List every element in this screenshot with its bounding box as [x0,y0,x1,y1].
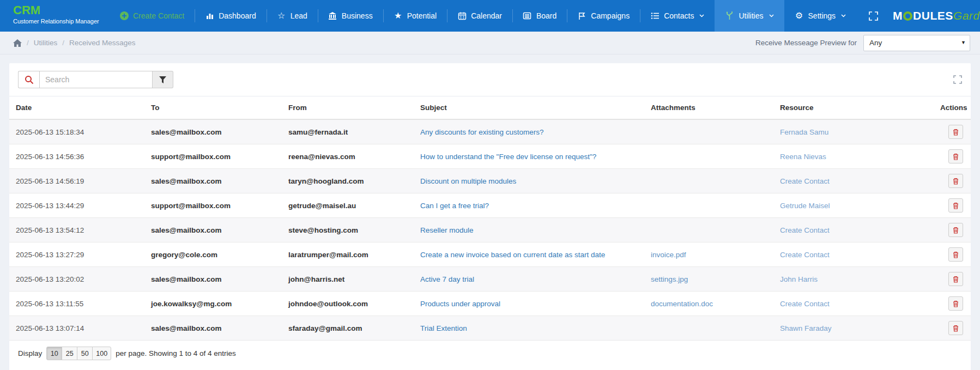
subject-link[interactable]: Discount on multiple modules [420,177,516,185]
list-icon [650,11,660,21]
cell-date: 2025-06-13 13:20:02 [9,267,144,292]
subject-link[interactable]: Products under approval [420,300,500,308]
nav-item-label: Create Contact [133,11,184,20]
delete-message-button[interactable] [948,223,963,237]
table-header-row: Date To From Subject Attachments Resourc… [9,96,971,119]
delete-message-button[interactable] [948,198,963,213]
header-attachments: Attachments [644,96,773,119]
breadcrumb-separator: / [27,39,29,47]
table-row: 2025-06-13 13:20:02 sales@mailbox.com jo… [9,267,971,292]
breadcrumb-utilities[interactable]: Utilities [34,39,58,47]
table-toolbar [9,63,971,96]
expand-table-icon[interactable] [953,75,962,84]
delete-message-button[interactable] [948,296,963,311]
modulesgarden-logo[interactable]: M DULES Garden [893,9,980,22]
table-row: 2025-06-13 14:56:19 sales@mailbox.com ta… [9,169,971,193]
top-navbar: CRM Customer Relationship Manager Create… [0,0,980,32]
nav-utilities[interactable]: Utilities [715,0,784,32]
resource-link[interactable]: Shawn Faraday [780,324,832,332]
table-row: 2025-06-13 13:07:14 sales@mailbox.com sf… [9,316,971,341]
delete-message-button[interactable] [948,125,963,139]
cell-date: 2025-06-13 13:07:14 [9,316,144,341]
crm-brand-subtitle: Customer Relationship Manager [13,18,98,25]
subject-link[interactable]: Can I get a free trial? [420,202,489,210]
chevron-down-icon [841,14,846,17]
nav-board[interactable]: Board [512,0,567,32]
subject-link[interactable]: How to understand the "Free dev license … [420,153,596,161]
cell-date: 2025-06-13 13:44:29 [9,193,144,218]
received-messages-panel: Date To From Subject Attachments Resourc… [9,63,971,370]
cell-from: taryn@hoogland.com [282,169,414,193]
resource-link[interactable]: Reena Nievas [780,153,826,161]
nav-settings[interactable]: ⚙ Settings [784,0,857,32]
home-icon[interactable] [13,39,22,47]
cell-from: reena@nievas.com [282,144,414,169]
resource-link[interactable]: Create Contact [780,177,830,185]
filter-button[interactable] [153,71,173,88]
subject-link[interactable]: Create a new invoice based on current da… [420,251,605,259]
chevron-down-icon [769,14,774,17]
subject-link[interactable]: Active 7 day trial [420,275,474,283]
resource-link[interactable]: Getrude Maisel [780,202,830,210]
page-size-10[interactable]: 10 [46,347,62,360]
nav-create-contact[interactable]: Create Contact [109,0,195,32]
nav-item-label: Calendar [471,11,502,20]
page-size-50[interactable]: 50 [77,347,93,360]
fullscreen-icon[interactable] [868,11,879,21]
display-label: Display [18,349,42,357]
received-messages-table: Date To From Subject Attachments Resourc… [9,96,971,340]
chevron-down-icon [699,14,704,17]
page-size-25[interactable]: 25 [62,347,77,360]
crm-brand[interactable]: CRM Customer Relationship Manager [0,0,109,32]
attachment-link[interactable]: documentation.doc [651,300,713,308]
nav-menu: Create Contact Dashboard ☆ Lead Business… [109,0,856,32]
search-input[interactable] [39,71,153,88]
nav-dashboard[interactable]: Dashboard [195,0,267,32]
resource-link[interactable]: Fernada Samu [780,128,828,136]
delete-message-button[interactable] [948,149,963,163]
delete-message-button[interactable] [948,174,963,188]
subject-link[interactable]: Reseller module [420,226,474,234]
nav-lead[interactable]: ☆ Lead [267,0,318,32]
nav-item-label: Contacts [664,11,694,20]
resource-link[interactable]: Create Contact [780,251,830,259]
resource-link[interactable]: Create Contact [780,226,830,234]
attachment-link[interactable]: settings.jpg [651,275,688,283]
cell-from: getrude@maisel.au [282,193,414,218]
nav-campaigns[interactable]: Campaigns [567,0,640,32]
subject-link[interactable]: Trial Extention [420,324,467,332]
page-size-100[interactable]: 100 [92,347,111,360]
table-row: 2025-06-13 13:44:29 support@mailbox.com … [9,193,971,218]
board-icon [523,11,532,21]
bar-chart-icon [205,11,214,21]
logo-garden: Garden [953,9,980,22]
table-row: 2025-06-13 13:54:12 sales@mailbox.com st… [9,218,971,242]
preview-filter: Receive Messeage Preview for Any ▼ [755,35,970,51]
delete-message-button[interactable] [948,247,963,262]
cell-date: 2025-06-13 15:18:34 [9,119,144,144]
cell-to: gregory@cole.com [144,242,282,267]
nav-potential[interactable]: ★ Potential [383,0,447,32]
nav-contacts[interactable]: Contacts [640,0,715,32]
preview-filter-select[interactable]: Any [863,35,970,51]
cell-from: steve@hosting.com [282,218,414,242]
nav-item-label: Potential [407,11,437,20]
resource-link[interactable]: Create Contact [780,300,830,308]
delete-message-button[interactable] [948,272,963,286]
logo-m: M [893,9,903,22]
star-outline-icon: ☆ [277,11,286,21]
plus-circle-icon [119,11,129,21]
nav-item-label: Campaigns [591,11,630,20]
cell-date: 2025-06-13 13:11:55 [9,292,144,316]
subject-link[interactable]: Any discounts for existing customers? [420,128,544,136]
breadcrumb-separator: / [62,39,64,47]
resource-link[interactable]: John Harris [780,275,818,283]
nav-business[interactable]: Business [318,0,383,32]
delete-message-button[interactable] [948,321,963,335]
cell-date: 2025-06-13 14:56:36 [9,144,144,169]
header-subject: Subject [414,96,644,119]
attachment-link[interactable]: invoice.pdf [651,251,686,259]
breadcrumb: / Utilities / Received Messages [13,39,136,47]
cell-to: sales@mailbox.com [144,218,282,242]
nav-calendar[interactable]: Calendar [447,0,512,32]
